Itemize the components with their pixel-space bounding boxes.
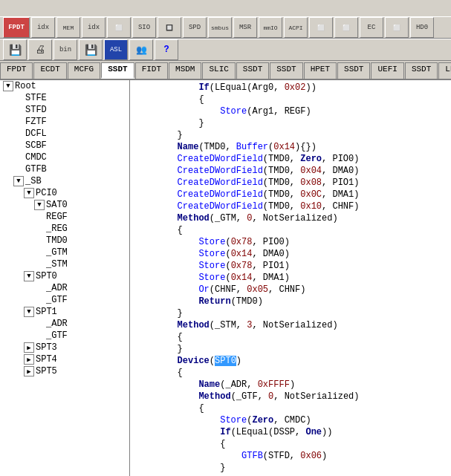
tree-toggle-sb[interactable]: ▼ bbox=[13, 176, 24, 186]
tab-fidt[interactable]: FIDT bbox=[135, 62, 168, 79]
tab-ecdt[interactable]: ECDT bbox=[33, 62, 66, 79]
toolbar-mmio[interactable]: mmIO bbox=[259, 17, 282, 38]
tree-item-spt5[interactable]: ▶ SPT5 bbox=[0, 365, 129, 377]
toolbar-fpdt[interactable]: FPDT bbox=[3, 17, 30, 38]
tab-mcfg[interactable]: MCFG bbox=[68, 62, 100, 79]
code-line-13: { bbox=[134, 224, 447, 236]
menu-item-specific[interactable] bbox=[13, 7, 22, 10]
tab-fpdt[interactable]: FPDT bbox=[0, 62, 33, 79]
menu-bar bbox=[0, 0, 451, 16]
tree-item-fztf[interactable]: FZTF bbox=[0, 116, 129, 128]
code-line-14: Store(0x78, PIO0) bbox=[134, 236, 447, 248]
code-line-10: CreateDWordField(TMD0, 0x0C, DMA1) bbox=[134, 189, 447, 200]
menu-item-window[interactable] bbox=[24, 7, 33, 10]
toolbar-help[interactable]: ? bbox=[155, 39, 178, 60]
toolbar-blank3[interactable]: ⬜ bbox=[385, 17, 409, 38]
tree-toggle-spt0[interactable]: ▼ bbox=[24, 271, 34, 281]
code-line-3: Store(Arg1, REGF) bbox=[134, 105, 447, 117]
toolbar-idx1[interactable]: idx bbox=[31, 17, 55, 38]
toolbar-floppy1[interactable]: 💾 bbox=[3, 39, 27, 60]
tree-item-gtfb[interactable]: GTFB bbox=[0, 163, 129, 175]
toolbar-acpi[interactable]: ACPI bbox=[284, 17, 308, 38]
code-line-24: Device(SPT0) bbox=[134, 355, 447, 367]
code-line-21: Method(_STM, 3, NotSerialized) bbox=[134, 319, 447, 331]
tree-item-cmdc[interactable]: CMDC bbox=[0, 151, 129, 163]
tree-item-spt0-gtf[interactable]: _GTF bbox=[0, 294, 129, 306]
code-line-5: } bbox=[134, 129, 447, 141]
toolbar-row-1: FPDT idx MEM idx ⬜ SIO 🔲 SPD smbus MSR m… bbox=[0, 16, 451, 39]
tree-item-spt1-gtf[interactable]: _GTF bbox=[0, 330, 129, 342]
tab-ssdt-2[interactable]: SSDT bbox=[236, 62, 269, 79]
tab-bar: FPDT ECDT MCFG SSDT FIDT MSDM SLIC SSDT … bbox=[0, 61, 451, 80]
tree-item-dcfl[interactable]: DCFL bbox=[0, 128, 129, 140]
menu-item-help[interactable] bbox=[34, 7, 43, 10]
tab-msdm[interactable]: MSDM bbox=[169, 62, 201, 79]
code-line-33: } bbox=[134, 462, 447, 474]
tab-ssdt-3[interactable]: SSDT bbox=[270, 62, 302, 79]
toolbar-mem[interactable]: MEM bbox=[56, 17, 80, 38]
tree-item-sat0[interactable]: ▼ SAT0 bbox=[0, 199, 129, 211]
tree-item-reg[interactable]: _REG bbox=[0, 223, 129, 235]
menu-item-access[interactable] bbox=[3, 7, 12, 10]
tree-toggle-spt4[interactable]: ▶ bbox=[24, 354, 34, 365]
toolbar-idx2[interactable]: idx bbox=[82, 17, 106, 38]
tab-ssdt-4[interactable]: SSDT bbox=[337, 62, 370, 79]
code-line-12: Method(_GTM, 0, NotSerialized) bbox=[134, 212, 447, 224]
code-line-22: { bbox=[134, 331, 447, 343]
tree-item-regf[interactable]: REGF bbox=[0, 211, 129, 223]
tree-item-root[interactable]: ▼ Root bbox=[0, 80, 129, 92]
tree-item-pci0[interactable]: ▼ PCI0 bbox=[0, 187, 129, 199]
toolbar-bin[interactable]: bin bbox=[53, 39, 77, 60]
tree-toggle-sat0[interactable]: ▼ bbox=[34, 200, 45, 210]
tree-toggle-spt1[interactable]: ▼ bbox=[24, 307, 34, 317]
code-line-6: Name(TMD0, Buffer(0x14){}) bbox=[134, 141, 447, 153]
tree-item-spt0-adr[interactable]: _ADR bbox=[0, 282, 129, 294]
code-line-20: } bbox=[134, 307, 447, 319]
toolbar-ec[interactable]: EC bbox=[360, 17, 383, 38]
tree-item-spt1-adr[interactable]: _ADR bbox=[0, 318, 129, 330]
code-line-17: Store(0x14, DMA1) bbox=[134, 272, 447, 284]
tree-item-spt0[interactable]: ▼ SPT0 bbox=[0, 270, 129, 282]
tree-item-spt4[interactable]: ▶ SPT4 bbox=[0, 353, 129, 365]
tab-hpet[interactable]: HPET bbox=[304, 62, 337, 79]
code-line-25: { bbox=[134, 367, 447, 379]
code-panel[interactable]: If(LEqual(Arg0, 0x02)) { Store(Arg1, REG… bbox=[130, 80, 451, 476]
tab-slic[interactable]: SLIC bbox=[202, 62, 235, 79]
tree-toggle-pci0[interactable]: ▼ bbox=[24, 188, 34, 198]
tree-toggle-spt5[interactable]: ▶ bbox=[24, 366, 34, 376]
tree-item-stfe[interactable]: STFE bbox=[0, 92, 129, 104]
toolbar-smbus[interactable]: smbus bbox=[208, 17, 232, 38]
tree-item-stfd[interactable]: STFD bbox=[0, 104, 129, 116]
toolbar-asl[interactable]: ASL bbox=[104, 39, 128, 60]
code-line-30: If(LEqual(DSSP, One)) bbox=[134, 426, 447, 438]
toolbar-space[interactable]: ⬜ bbox=[107, 17, 131, 38]
toolbar-blank1[interactable]: ⬜ bbox=[309, 17, 333, 38]
toolbar-hd0[interactable]: HD0 bbox=[410, 17, 434, 38]
tree-item-sb[interactable]: ▼ _SB bbox=[0, 175, 129, 187]
tree-toggle-spt3[interactable]: ▶ bbox=[24, 342, 34, 353]
tab-uefi[interactable]: UEFI bbox=[371, 62, 403, 79]
tab-ssdt-5[interactable]: SSDT bbox=[405, 62, 438, 79]
toolbar-blank2[interactable]: ⬜ bbox=[334, 17, 358, 38]
code-line-9: CreateDWordField(TMD0, 0x08, PIO1) bbox=[134, 177, 447, 189]
toolbar-person[interactable]: 👥 bbox=[129, 39, 153, 60]
toolbar-msr[interactable]: MSR bbox=[233, 17, 257, 38]
tree-toggle-root[interactable]: ▼ bbox=[3, 81, 13, 91]
tree-item-stm[interactable]: _STM bbox=[0, 258, 129, 270]
tree-item-gtm[interactable]: _GTM bbox=[0, 247, 129, 258]
tree-item-tmd0[interactable]: TMD0 bbox=[0, 235, 129, 247]
code-line-16: Store(0x78, PIO1) bbox=[134, 260, 447, 272]
toolbar-sio[interactable]: SIO bbox=[132, 17, 156, 38]
tab-lpit[interactable]: LPIT bbox=[438, 62, 451, 79]
toolbar-spd[interactable]: SPD bbox=[183, 17, 207, 38]
tree-item-scbf[interactable]: SCBF bbox=[0, 140, 129, 151]
code-line-15: Store(0x14, DMA0) bbox=[134, 248, 447, 260]
tab-ssdt-1[interactable]: SSDT bbox=[101, 62, 134, 79]
toolbar-save[interactable]: 💾 bbox=[79, 39, 103, 60]
tree-item-spt3[interactable]: ▶ SPT3 bbox=[0, 342, 129, 353]
tree-item-spt1[interactable]: ▼ SPT1 bbox=[0, 306, 129, 318]
tree-panel: ▼ Root STFE STFD FZTF DCFL SCBF bbox=[0, 80, 130, 476]
toolbar-floppy2[interactable]: 🖨 bbox=[28, 39, 52, 60]
toolbar-chip[interactable]: 🔲 bbox=[158, 17, 181, 38]
code-line-23: } bbox=[134, 343, 447, 355]
